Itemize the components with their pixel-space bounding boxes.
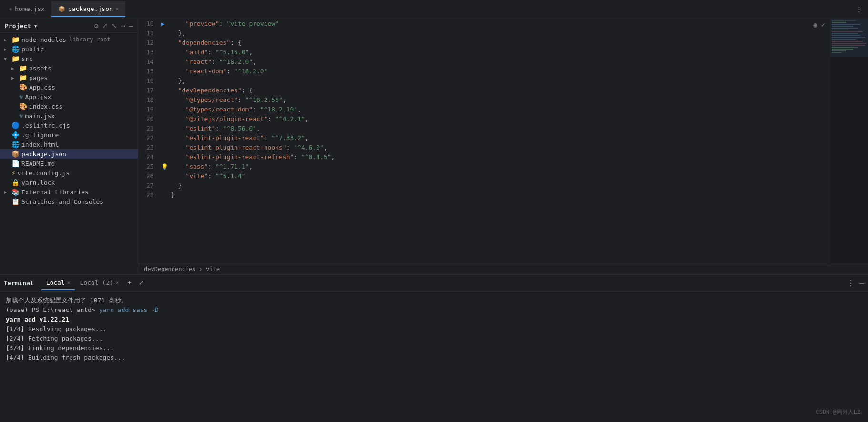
code-line-20: "@vitejs/plugin-react": "^4.2.1", [161,114,826,124]
settings-icon[interactable]: ⚙ [94,22,98,30]
terminal-tab-local1-close[interactable]: ✕ [67,280,71,286]
terminal-tab-local2[interactable]: Local (2) ✕ [75,276,123,290]
label-index.html: index.html [21,141,59,148]
main-area: Project ▾ ⚙ ⤢ ⤡ ⋯ — ▶ 📁 node_modules lib… [0,19,868,274]
code-line-16: }, [161,76,826,86]
minimize-icon[interactable]: — [129,22,133,30]
sidebar-item-App.jsx[interactable]: ⚛ App.jsx [0,92,138,101]
code-line-25: 💡 "sass": "^1.71.1", [161,162,826,171]
gutter-10[interactable]: ▶ [161,19,171,29]
line-num-19: 19 [142,105,153,114]
icon-vite.config.js: ⚡ [11,169,15,177]
line-num-21: 21 [142,124,153,133]
layout-icon[interactable]: ⤢ [102,22,108,30]
sidebar-item-pages[interactable]: ▶ 📁 pages [0,73,138,82]
badge-node_modules: library root [69,36,111,43]
collapse-icon[interactable]: ⤡ [112,22,117,30]
line-num-27: 27 [142,181,153,191]
code-line-28: } [161,191,826,200]
sidebar-item-gitignore[interactable]: 💠 .gitignore [0,130,138,140]
sidebar-item-src[interactable]: ▼ 📁 src [0,54,138,63]
line-num-17: 17 [142,86,153,95]
code-line-18: "@types/react": "^18.2.56", [161,95,826,105]
arrow-pages: ▶ [11,75,19,80]
terminal-kebab-icon[interactable]: ⋮ [847,279,855,288]
tab-home[interactable]: ⚛ home.jsx [2,1,51,17]
code-line-27: } [161,181,826,191]
label-README.md: README.md [21,160,55,167]
tab-bar: ⚛ home.jsx 📦 package.json ✕ ⋮ [0,0,868,19]
sidebar-title-container: Project ▾ [5,22,38,30]
line-num-22: 22 [142,133,153,143]
line-num-23: 23 [142,143,153,152]
sidebar-item-external[interactable]: ▶ 📚 External Libraries [0,187,138,197]
line-num-14: 14 [142,57,153,67]
label-eslintrc: .eslintrc.cjs [21,122,70,129]
terminal-area: Terminal Local ✕ Local (2) ✕ + ⤢ ⋮ — 加载个… [0,274,868,422]
code-area[interactable]: ▶ "preview": "vite preview" }, "dependen… [157,19,830,264]
label-App.css: App.css [29,84,55,91]
terminal-actions: ⋮ — [847,279,864,288]
icon-main.jsx: ⚛ [19,112,23,120]
watermark: CSDN @局外人LZ [816,408,860,416]
terminal-tab-local1[interactable]: Local ✕ [41,276,75,290]
sidebar-item-index.css[interactable]: 🎨 index.css [0,101,138,111]
terminal-close-icon[interactable]: — [859,279,864,288]
sidebar-item-vite.config.js[interactable]: ⚡ vite.config.js [0,168,138,178]
code-line-14: "react": "^18.2.0", [161,57,826,67]
gutter-25[interactable]: 💡 [161,162,171,171]
icon-eslintrc: 🔵 [11,121,20,129]
sidebar-item-yarn.lock[interactable]: 🔒 yarn.lock [0,178,138,187]
sidebar-item-package.json[interactable]: 📦 package.json [0,149,138,159]
code-line-22: "eslint-plugin-react": "^7.33.2", [161,133,826,143]
sidebar-item-assets[interactable]: ▶ 📁 assets [0,63,138,73]
sidebar-item-index.html[interactable]: 🌐 index.html [0,140,138,149]
code-line-11: }, [161,29,826,38]
more-icon[interactable]: ⋯ [121,22,125,30]
sidebar-item-App.css[interactable]: 🎨 App.css [0,82,138,92]
sidebar-item-README.md[interactable]: 📄 README.md [0,159,138,168]
label-node_modules: node_modules [21,36,66,43]
line-num-11: 11 [142,29,153,38]
tab-home-label: home.jsx [15,5,45,12]
terminal-expand[interactable]: ⤢ [135,276,148,290]
terminal-tab-local2-close[interactable]: ✕ [116,280,119,286]
sidebar-item-eslintrc[interactable]: 🔵 .eslintrc.cjs [0,121,138,130]
sidebar-item-scratches[interactable]: 📋 Scratches and Consoles [0,197,138,206]
label-assets: assets [29,65,51,72]
arrow-src: ▼ [4,56,11,61]
code-line-19: "@types/react-dom": "^18.2.19", [161,105,826,114]
tab-bar-more[interactable]: ⋮ [856,6,868,13]
icon-index.css: 🎨 [19,102,27,110]
line-numbers: 10111213141516171819202122232425262728 [138,19,157,264]
label-public: public [21,46,44,53]
icon-gitignore: 💠 [11,131,20,139]
terminal-line-2: yarn add v1.22.21 [6,315,862,324]
label-App.jsx: App.jsx [25,93,51,100]
icon-scratches: 📋 [11,198,20,205]
terminal-content[interactable]: 加载个人及系统配置文件用了 1071 毫秒。(base) PS E:\react… [0,292,868,422]
terminal-line-6: [4/4] Building fresh packages... [6,353,862,362]
sidebar: Project ▾ ⚙ ⤢ ⤡ ⋯ — ▶ 📁 node_modules lib… [0,19,138,274]
eye-off-icon[interactable]: ◉ [813,21,817,29]
terminal-tab-local2-label: Local (2) [80,279,113,286]
terminal-add-tab[interactable]: + [123,276,135,290]
icon-README.md: 📄 [11,160,20,167]
sidebar-dropdown-icon[interactable]: ▾ [34,22,38,30]
label-main.jsx: main.jsx [25,112,55,120]
sidebar-item-main.jsx[interactable]: ⚛ main.jsx [0,111,138,121]
sidebar-item-public[interactable]: ▶ 🌐 public [0,44,138,54]
label-vite.config.js: vite.config.js [17,170,70,177]
code-line-12: "dependencies": { [161,38,826,48]
tab-package-close[interactable]: ✕ [116,6,119,12]
sidebar-title-text: Project [5,22,31,30]
terminal-line-1: (base) PS E:\react_antd> yarn add sass -… [6,305,862,315]
tab-package-json[interactable]: 📦 package.json ✕ [51,1,126,17]
sidebar-item-node_modules[interactable]: ▶ 📁 node_modules library root [0,35,138,44]
line-num-24: 24 [142,152,153,162]
line-num-26: 26 [142,171,153,181]
breadcrumb: devDependencies › vite [138,264,868,274]
check-icon[interactable]: ✓ [821,21,825,29]
icon-assets: 📁 [19,64,27,72]
breadcrumb-text: devDependencies › vite [144,266,220,272]
